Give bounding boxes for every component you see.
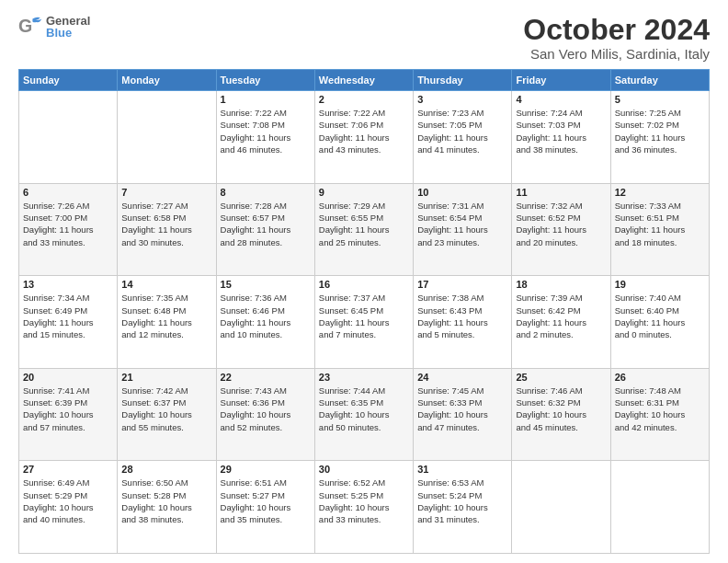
- day-number: 15: [221, 279, 311, 290]
- table-row: 24Sunrise: 7:45 AM Sunset: 6:33 PM Dayli…: [414, 368, 512, 461]
- calendar-week-1: 6Sunrise: 7:26 AM Sunset: 7:00 PM Daylig…: [19, 183, 710, 276]
- table-row: 18Sunrise: 7:39 AM Sunset: 6:42 PM Dayli…: [512, 276, 610, 369]
- header-thursday: Thursday: [414, 70, 512, 91]
- day-number: 31: [417, 464, 507, 475]
- table-row: 27Sunrise: 6:49 AM Sunset: 5:29 PM Dayli…: [19, 461, 118, 554]
- day-number: 20: [23, 372, 113, 383]
- header-friday: Friday: [512, 70, 610, 91]
- day-number: 11: [516, 187, 606, 198]
- day-number: 28: [121, 464, 211, 475]
- table-row: 8Sunrise: 7:28 AM Sunset: 6:57 PM Daylig…: [216, 183, 314, 276]
- table-row: 4Sunrise: 7:24 AM Sunset: 7:03 PM Daylig…: [512, 91, 610, 184]
- table-row: 31Sunrise: 6:53 AM Sunset: 5:24 PM Dayli…: [414, 461, 512, 554]
- day-info: Sunrise: 7:22 AM Sunset: 7:08 PM Dayligh…: [221, 107, 311, 155]
- logo-text-block: General Blue: [46, 15, 90, 39]
- day-info: Sunrise: 7:28 AM Sunset: 6:57 PM Dayligh…: [221, 200, 311, 248]
- calendar-header: Sunday Monday Tuesday Wednesday Thursday…: [19, 70, 710, 91]
- header: G General Blue October 2024 San Vero Mil…: [18, 14, 710, 62]
- day-info: Sunrise: 7:32 AM Sunset: 6:52 PM Dayligh…: [516, 200, 606, 248]
- table-row: 6Sunrise: 7:26 AM Sunset: 7:00 PM Daylig…: [19, 183, 118, 276]
- table-row: 15Sunrise: 7:36 AM Sunset: 6:46 PM Dayli…: [216, 276, 314, 369]
- day-number: 18: [516, 279, 606, 290]
- page: G General Blue October 2024 San Vero Mil…: [0, 0, 728, 563]
- day-number: 24: [417, 372, 507, 383]
- table-row: [19, 91, 118, 184]
- table-row: 11Sunrise: 7:32 AM Sunset: 6:52 PM Dayli…: [512, 183, 610, 276]
- day-info: Sunrise: 6:50 AM Sunset: 5:28 PM Dayligh…: [121, 477, 211, 525]
- table-row: 9Sunrise: 7:29 AM Sunset: 6:55 PM Daylig…: [314, 183, 413, 276]
- calendar-week-0: 1Sunrise: 7:22 AM Sunset: 7:08 PM Daylig…: [19, 91, 710, 184]
- table-row: 2Sunrise: 7:22 AM Sunset: 7:06 PM Daylig…: [314, 91, 413, 184]
- day-info: Sunrise: 6:53 AM Sunset: 5:24 PM Dayligh…: [417, 477, 507, 525]
- subtitle: San Vero Milis, Sardinia, Italy: [523, 46, 710, 62]
- day-number: 5: [615, 94, 705, 105]
- day-number: 17: [417, 279, 507, 290]
- day-info: Sunrise: 7:22 AM Sunset: 7:06 PM Dayligh…: [319, 107, 409, 155]
- day-info: Sunrise: 7:46 AM Sunset: 6:32 PM Dayligh…: [516, 385, 606, 433]
- day-number: 10: [417, 187, 507, 198]
- calendar-week-3: 20Sunrise: 7:41 AM Sunset: 6:39 PM Dayli…: [19, 368, 710, 461]
- day-info: Sunrise: 7:35 AM Sunset: 6:48 PM Dayligh…: [121, 292, 211, 340]
- table-row: 7Sunrise: 7:27 AM Sunset: 6:58 PM Daylig…: [118, 183, 216, 276]
- table-row: 17Sunrise: 7:38 AM Sunset: 6:43 PM Dayli…: [414, 276, 512, 369]
- calendar-table: Sunday Monday Tuesday Wednesday Thursday…: [18, 69, 710, 554]
- day-info: Sunrise: 7:26 AM Sunset: 7:00 PM Dayligh…: [23, 200, 113, 248]
- header-tuesday: Tuesday: [216, 70, 314, 91]
- table-row: 16Sunrise: 7:37 AM Sunset: 6:45 PM Dayli…: [314, 276, 413, 369]
- day-info: Sunrise: 6:52 AM Sunset: 5:25 PM Dayligh…: [319, 477, 409, 525]
- day-info: Sunrise: 7:39 AM Sunset: 6:42 PM Dayligh…: [516, 292, 606, 340]
- day-info: Sunrise: 7:41 AM Sunset: 6:39 PM Dayligh…: [23, 385, 113, 433]
- day-number: 14: [121, 279, 211, 290]
- table-row: 26Sunrise: 7:48 AM Sunset: 6:31 PM Dayli…: [610, 368, 709, 461]
- day-info: Sunrise: 7:44 AM Sunset: 6:35 PM Dayligh…: [319, 385, 409, 433]
- table-row: 30Sunrise: 6:52 AM Sunset: 5:25 PM Dayli…: [314, 461, 413, 554]
- table-row: 10Sunrise: 7:31 AM Sunset: 6:54 PM Dayli…: [414, 183, 512, 276]
- day-info: Sunrise: 7:42 AM Sunset: 6:37 PM Dayligh…: [121, 385, 211, 433]
- day-number: 22: [221, 372, 311, 383]
- day-info: Sunrise: 7:34 AM Sunset: 6:49 PM Dayligh…: [23, 292, 113, 340]
- day-number: 7: [121, 187, 211, 198]
- svg-text:G: G: [18, 16, 32, 36]
- table-row: [118, 91, 216, 184]
- day-number: 1: [221, 94, 311, 105]
- day-number: 16: [319, 279, 409, 290]
- day-info: Sunrise: 7:23 AM Sunset: 7:05 PM Dayligh…: [417, 107, 507, 155]
- day-number: 30: [319, 464, 409, 475]
- day-number: 26: [615, 372, 705, 383]
- logo-icon: G: [18, 14, 44, 40]
- table-row: [512, 461, 610, 554]
- day-info: Sunrise: 7:33 AM Sunset: 6:51 PM Dayligh…: [615, 200, 705, 248]
- day-number: 8: [221, 187, 311, 198]
- header-sunday: Sunday: [19, 70, 118, 91]
- calendar-week-4: 27Sunrise: 6:49 AM Sunset: 5:29 PM Dayli…: [19, 461, 710, 554]
- title-area: October 2024 San Vero Milis, Sardinia, I…: [523, 14, 710, 62]
- table-row: 1Sunrise: 7:22 AM Sunset: 7:08 PM Daylig…: [216, 91, 314, 184]
- day-info: Sunrise: 7:38 AM Sunset: 6:43 PM Dayligh…: [417, 292, 507, 340]
- table-row: [610, 461, 709, 554]
- day-info: Sunrise: 7:29 AM Sunset: 6:55 PM Dayligh…: [319, 200, 409, 248]
- day-info: Sunrise: 6:49 AM Sunset: 5:29 PM Dayligh…: [23, 477, 113, 525]
- day-info: Sunrise: 6:51 AM Sunset: 5:27 PM Dayligh…: [221, 477, 311, 525]
- day-number: 9: [319, 187, 409, 198]
- day-number: 29: [221, 464, 311, 475]
- header-monday: Monday: [118, 70, 216, 91]
- header-wednesday: Wednesday: [314, 70, 413, 91]
- day-info: Sunrise: 7:45 AM Sunset: 6:33 PM Dayligh…: [417, 385, 507, 433]
- day-number: 6: [23, 187, 113, 198]
- day-number: 21: [121, 372, 211, 383]
- table-row: 3Sunrise: 7:23 AM Sunset: 7:05 PM Daylig…: [414, 91, 512, 184]
- day-info: Sunrise: 7:43 AM Sunset: 6:36 PM Dayligh…: [221, 385, 311, 433]
- day-info: Sunrise: 7:37 AM Sunset: 6:45 PM Dayligh…: [319, 292, 409, 340]
- table-row: 29Sunrise: 6:51 AM Sunset: 5:27 PM Dayli…: [216, 461, 314, 554]
- day-info: Sunrise: 7:36 AM Sunset: 6:46 PM Dayligh…: [221, 292, 311, 340]
- day-number: 2: [319, 94, 409, 105]
- day-number: 4: [516, 94, 606, 105]
- table-row: 25Sunrise: 7:46 AM Sunset: 6:32 PM Dayli…: [512, 368, 610, 461]
- day-number: 3: [417, 94, 507, 105]
- calendar-body: 1Sunrise: 7:22 AM Sunset: 7:08 PM Daylig…: [19, 91, 710, 554]
- day-number: 25: [516, 372, 606, 383]
- day-number: 27: [23, 464, 113, 475]
- day-info: Sunrise: 7:40 AM Sunset: 6:40 PM Dayligh…: [615, 292, 705, 340]
- main-title: October 2024: [523, 14, 710, 46]
- table-row: 19Sunrise: 7:40 AM Sunset: 6:40 PM Dayli…: [610, 276, 709, 369]
